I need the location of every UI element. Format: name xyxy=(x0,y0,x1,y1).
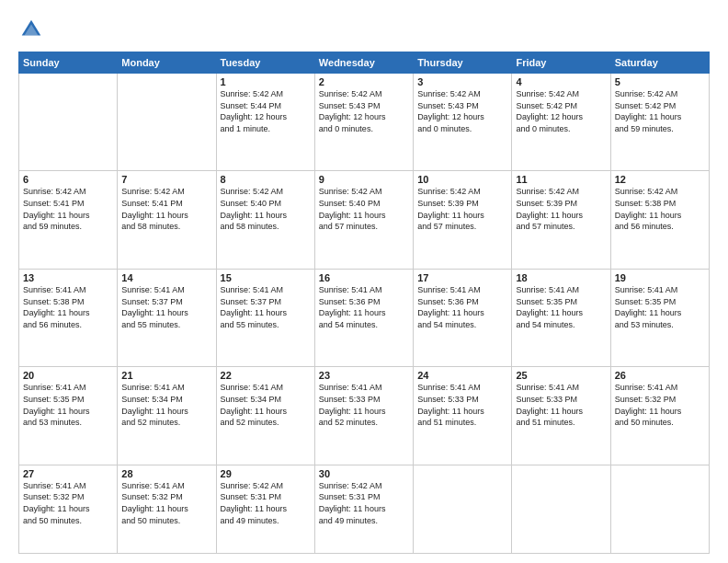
day-info: Sunrise: 5:41 AM Sunset: 5:36 PM Dayligh… xyxy=(417,284,507,330)
calendar-day-cell: 9Sunrise: 5:42 AM Sunset: 5:40 PM Daylig… xyxy=(314,171,413,269)
calendar-day-cell: 1Sunrise: 5:42 AM Sunset: 5:44 PM Daylig… xyxy=(216,74,314,171)
day-info: Sunrise: 5:41 AM Sunset: 5:35 PM Dayligh… xyxy=(516,284,606,330)
day-info: Sunrise: 5:41 AM Sunset: 5:37 PM Dayligh… xyxy=(121,284,211,330)
day-number: 2 xyxy=(319,76,409,87)
calendar-day-cell: 2Sunrise: 5:42 AM Sunset: 5:43 PM Daylig… xyxy=(314,74,413,171)
weekday-header: Wednesday xyxy=(314,52,413,74)
calendar-day-cell: 12Sunrise: 5:42 AM Sunset: 5:38 PM Dayli… xyxy=(610,171,709,269)
day-info: Sunrise: 5:42 AM Sunset: 5:40 PM Dayligh… xyxy=(221,186,311,232)
day-number: 10 xyxy=(417,174,507,185)
day-info: Sunrise: 5:42 AM Sunset: 5:39 PM Dayligh… xyxy=(417,186,507,232)
day-info: Sunrise: 5:42 AM Sunset: 5:41 PM Dayligh… xyxy=(121,186,211,232)
day-number: 12 xyxy=(615,174,705,185)
day-number: 3 xyxy=(417,76,507,87)
day-info: Sunrise: 5:42 AM Sunset: 5:44 PM Dayligh… xyxy=(221,88,311,134)
calendar-day-cell: 3Sunrise: 5:42 AM Sunset: 5:43 PM Daylig… xyxy=(414,74,512,171)
calendar-table: SundayMondayTuesdayWednesdayThursdayFrid… xyxy=(18,52,710,554)
day-number: 18 xyxy=(516,272,606,283)
calendar-day-cell xyxy=(610,465,709,553)
day-info: Sunrise: 5:41 AM Sunset: 5:37 PM Dayligh… xyxy=(221,284,311,330)
calendar-day-cell: 5Sunrise: 5:42 AM Sunset: 5:42 PM Daylig… xyxy=(610,74,709,171)
day-number: 28 xyxy=(121,468,211,479)
calendar-day-cell: 21Sunrise: 5:41 AM Sunset: 5:34 PM Dayli… xyxy=(118,367,216,465)
day-info: Sunrise: 5:41 AM Sunset: 5:33 PM Dayligh… xyxy=(516,382,606,428)
calendar-week-row: 20Sunrise: 5:41 AM Sunset: 5:35 PM Dayli… xyxy=(19,367,710,465)
calendar-day-cell: 22Sunrise: 5:41 AM Sunset: 5:34 PM Dayli… xyxy=(216,367,314,465)
day-info: Sunrise: 5:41 AM Sunset: 5:34 PM Dayligh… xyxy=(221,382,311,428)
calendar-day-cell: 14Sunrise: 5:41 AM Sunset: 5:37 PM Dayli… xyxy=(118,269,216,366)
day-number: 26 xyxy=(615,370,705,381)
calendar-week-row: 1Sunrise: 5:42 AM Sunset: 5:44 PM Daylig… xyxy=(19,74,710,171)
day-number: 22 xyxy=(221,370,311,381)
day-number: 15 xyxy=(221,272,311,283)
calendar-day-cell: 20Sunrise: 5:41 AM Sunset: 5:35 PM Dayli… xyxy=(19,367,118,465)
calendar-day-cell: 29Sunrise: 5:42 AM Sunset: 5:31 PM Dayli… xyxy=(216,465,314,553)
weekday-header: Friday xyxy=(512,52,610,74)
calendar-day-cell xyxy=(512,465,610,553)
calendar-day-cell xyxy=(19,74,118,171)
day-number: 9 xyxy=(319,174,409,185)
calendar-day-cell: 27Sunrise: 5:41 AM Sunset: 5:32 PM Dayli… xyxy=(19,465,118,553)
day-info: Sunrise: 5:42 AM Sunset: 5:42 PM Dayligh… xyxy=(615,88,705,134)
header xyxy=(18,17,710,42)
day-info: Sunrise: 5:42 AM Sunset: 5:43 PM Dayligh… xyxy=(319,88,409,134)
weekday-header: Thursday xyxy=(414,52,512,74)
calendar-day-cell: 30Sunrise: 5:42 AM Sunset: 5:31 PM Dayli… xyxy=(314,465,413,553)
calendar-day-cell: 17Sunrise: 5:41 AM Sunset: 5:36 PM Dayli… xyxy=(414,269,512,366)
day-info: Sunrise: 5:41 AM Sunset: 5:32 PM Dayligh… xyxy=(615,382,705,428)
day-number: 29 xyxy=(221,468,311,479)
day-number: 17 xyxy=(417,272,507,283)
weekday-header: Sunday xyxy=(19,52,118,74)
day-number: 20 xyxy=(23,370,113,381)
day-info: Sunrise: 5:42 AM Sunset: 5:31 PM Dayligh… xyxy=(319,480,409,526)
calendar-week-row: 6Sunrise: 5:42 AM Sunset: 5:41 PM Daylig… xyxy=(19,171,710,269)
calendar-day-cell: 11Sunrise: 5:42 AM Sunset: 5:39 PM Dayli… xyxy=(512,171,610,269)
calendar-day-cell: 10Sunrise: 5:42 AM Sunset: 5:39 PM Dayli… xyxy=(414,171,512,269)
day-number: 4 xyxy=(516,76,606,87)
calendar-day-cell: 8Sunrise: 5:42 AM Sunset: 5:40 PM Daylig… xyxy=(216,171,314,269)
day-number: 21 xyxy=(121,370,211,381)
calendar-header-row: SundayMondayTuesdayWednesdayThursdayFrid… xyxy=(19,52,710,74)
calendar-day-cell: 25Sunrise: 5:41 AM Sunset: 5:33 PM Dayli… xyxy=(512,367,610,465)
day-info: Sunrise: 5:42 AM Sunset: 5:43 PM Dayligh… xyxy=(417,88,507,134)
calendar-day-cell: 24Sunrise: 5:41 AM Sunset: 5:33 PM Dayli… xyxy=(414,367,512,465)
calendar-day-cell: 13Sunrise: 5:41 AM Sunset: 5:38 PM Dayli… xyxy=(19,269,118,366)
calendar-day-cell xyxy=(414,465,512,553)
calendar-day-cell: 6Sunrise: 5:42 AM Sunset: 5:41 PM Daylig… xyxy=(19,171,118,269)
day-number: 7 xyxy=(121,174,211,185)
day-info: Sunrise: 5:41 AM Sunset: 5:36 PM Dayligh… xyxy=(319,284,409,330)
day-number: 27 xyxy=(23,468,113,479)
day-number: 11 xyxy=(516,174,606,185)
day-number: 25 xyxy=(516,370,606,381)
day-info: Sunrise: 5:42 AM Sunset: 5:42 PM Dayligh… xyxy=(516,88,606,134)
day-info: Sunrise: 5:42 AM Sunset: 5:40 PM Dayligh… xyxy=(319,186,409,232)
calendar-day-cell: 18Sunrise: 5:41 AM Sunset: 5:35 PM Dayli… xyxy=(512,269,610,366)
calendar-day-cell: 26Sunrise: 5:41 AM Sunset: 5:32 PM Dayli… xyxy=(610,367,709,465)
day-info: Sunrise: 5:41 AM Sunset: 5:32 PM Dayligh… xyxy=(121,480,211,526)
logo xyxy=(18,17,48,42)
day-info: Sunrise: 5:41 AM Sunset: 5:35 PM Dayligh… xyxy=(615,284,705,330)
day-info: Sunrise: 5:41 AM Sunset: 5:38 PM Dayligh… xyxy=(23,284,113,330)
day-info: Sunrise: 5:41 AM Sunset: 5:35 PM Dayligh… xyxy=(23,382,113,428)
day-info: Sunrise: 5:42 AM Sunset: 5:31 PM Dayligh… xyxy=(221,480,311,526)
page: SundayMondayTuesdayWednesdayThursdayFrid… xyxy=(0,0,728,563)
logo-icon xyxy=(18,17,44,42)
day-number: 23 xyxy=(319,370,409,381)
calendar-day-cell: 19Sunrise: 5:41 AM Sunset: 5:35 PM Dayli… xyxy=(610,269,709,366)
day-number: 19 xyxy=(615,272,705,283)
day-info: Sunrise: 5:42 AM Sunset: 5:38 PM Dayligh… xyxy=(615,186,705,232)
weekday-header: Tuesday xyxy=(216,52,314,74)
weekday-header: Monday xyxy=(118,52,216,74)
calendar-day-cell: 28Sunrise: 5:41 AM Sunset: 5:32 PM Dayli… xyxy=(118,465,216,553)
day-number: 30 xyxy=(319,468,409,479)
day-number: 6 xyxy=(23,174,113,185)
day-info: Sunrise: 5:41 AM Sunset: 5:32 PM Dayligh… xyxy=(23,480,113,526)
day-number: 13 xyxy=(23,272,113,283)
calendar-day-cell xyxy=(118,74,216,171)
day-info: Sunrise: 5:41 AM Sunset: 5:33 PM Dayligh… xyxy=(319,382,409,428)
day-info: Sunrise: 5:42 AM Sunset: 5:39 PM Dayligh… xyxy=(516,186,606,232)
day-number: 8 xyxy=(221,174,311,185)
calendar-day-cell: 23Sunrise: 5:41 AM Sunset: 5:33 PM Dayli… xyxy=(314,367,413,465)
calendar-week-row: 13Sunrise: 5:41 AM Sunset: 5:38 PM Dayli… xyxy=(19,269,710,366)
day-info: Sunrise: 5:42 AM Sunset: 5:41 PM Dayligh… xyxy=(23,186,113,232)
